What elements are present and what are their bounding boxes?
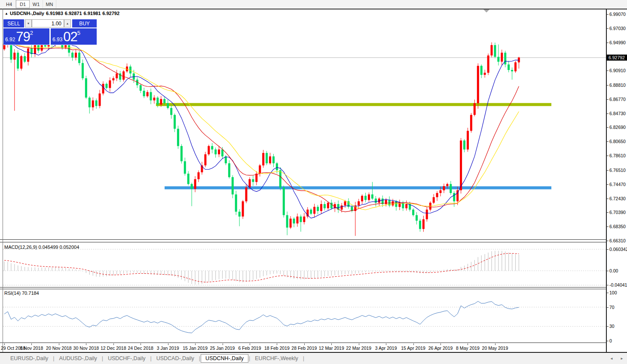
mt4-window: H4D1W1MN ▲USDCNH-,Daily6.919836.928716.9… (0, 0, 627, 364)
date-axis-label: 20 May 2019 (482, 346, 508, 351)
price-axis-label: 6.68350 (609, 224, 626, 229)
date-tick (168, 343, 168, 345)
candles-layer (3, 32, 520, 236)
axis-tick (606, 170, 609, 171)
date-axis-label: 20 Nov 2018 (46, 346, 72, 351)
date-axis-label: 28 Feb 2019 (291, 346, 317, 351)
tab-scroll-left-button[interactable]: ◄ (609, 355, 615, 361)
macd-axis-label: -0.040415 (609, 282, 627, 288)
axis-tick (606, 141, 609, 142)
date-axis-label: 3 Jan 2019 (157, 346, 179, 351)
volume-decrease-button[interactable]: ▼ (25, 19, 32, 28)
axis-tick (606, 307, 609, 308)
axis-tick (606, 285, 609, 285)
timeframe-button-mn[interactable]: MN (43, 0, 56, 8)
macd-axis-label: 0.060342 (609, 247, 627, 252)
price-axis-label: 6.99070 (609, 12, 626, 17)
sell-price-display[interactable]: 6.92 79 2 (3, 28, 49, 45)
price-axis-label: 6.74470 (609, 182, 626, 187)
panel-separator[interactable] (0, 289, 606, 289)
panel-separator[interactable] (0, 239, 606, 240)
date-axis-label: 8 May 2019 (456, 346, 480, 351)
date-tick (413, 343, 414, 345)
timeframe-button-d1[interactable]: D1 (16, 0, 30, 8)
price-axis-label: 6.76510 (609, 168, 626, 173)
tab-separator: | (249, 355, 250, 361)
timeframe-toolbar: H4D1W1MN (0, 0, 627, 8)
price-axis-label: 6.72430 (609, 196, 626, 201)
date-tick (359, 343, 359, 345)
tab-usdcnh-daily[interactable]: USDCNH-,Daily (201, 354, 248, 363)
rsi-indicator-chart[interactable] (3, 289, 606, 343)
buy-price-sup: 5 (77, 30, 80, 36)
axis-tick (606, 85, 609, 86)
buy-price-display[interactable]: 6.93 02 5 (51, 28, 97, 45)
date-axis-label: 25 Jan 2019 (210, 346, 235, 351)
current-price-badge: 6.92792 (607, 55, 627, 61)
date-tick (331, 343, 332, 345)
date-tick (468, 343, 468, 345)
arrow-left-icon: ◄ (610, 357, 613, 361)
date-tick (440, 343, 441, 345)
macd-signal-line (4, 254, 519, 282)
buy-button[interactable]: BUY (72, 19, 97, 28)
horizontal-line-objects[interactable] (156, 104, 551, 188)
tab-audusd-daily[interactable]: AUDUSD-,Daily (55, 355, 101, 362)
tab-separator: | (303, 355, 304, 361)
axis-tick (606, 249, 609, 250)
chart-shift-marker-icon[interactable] (483, 9, 489, 12)
price-axis-label: 6.82690 (609, 125, 626, 130)
tab-scroll-right-button[interactable]: ► (619, 355, 625, 361)
axis-tick (606, 156, 609, 156)
rsi-axis-label: 30 (609, 324, 615, 329)
price-axis-label: 6.66310 (609, 238, 626, 243)
date-axis-label: 22 Mar 2019 (346, 346, 371, 351)
volume-increase-button[interactable]: ▲ (64, 19, 71, 28)
timeframe-button-h4[interactable]: H4 (3, 0, 16, 8)
axis-tick (606, 99, 609, 100)
rsi-label: RSI(14) 70.7184 (4, 291, 39, 296)
ma-fast-blue (4, 43, 519, 218)
chart-tab-bar: EURUSD-,Daily|AUDUSD-,Daily|USDCHF-,Dail… (0, 352, 627, 364)
tab-eurusd-daily[interactable]: EURUSD-,Daily (6, 355, 52, 362)
axis-tick (606, 326, 609, 327)
buy-price-prefix: 6.93 (52, 37, 62, 43)
date-tick (59, 343, 59, 345)
macd-indicator-chart[interactable] (3, 243, 606, 287)
macd-values: 0.045499 0.052004 (38, 245, 79, 250)
price-axis-label: 6.80650 (609, 139, 626, 144)
axis-tick (606, 199, 609, 199)
axis-tick (606, 271, 609, 271)
tab-usdcad-daily[interactable]: USDCAD-,Daily (152, 355, 199, 362)
price-axis-label: 6.97030 (609, 26, 626, 31)
date-axis-border (0, 343, 606, 343)
axis-tick (606, 293, 609, 293)
tab-usdchf-daily[interactable]: USDCHF-,Daily (104, 355, 150, 362)
sell-button[interactable]: SELL (3, 19, 24, 28)
price-axis-label: 6.84730 (609, 111, 626, 116)
date-tick (4, 343, 5, 345)
volume-input[interactable]: 1.00 (32, 19, 64, 28)
rsi-axis-label: 0 (609, 338, 612, 343)
chart-left-border (3, 9, 3, 352)
buy-price-big: 02 (63, 30, 77, 43)
sell-price-sup: 2 (30, 30, 33, 36)
timeframe-button-w1[interactable]: W1 (30, 0, 43, 8)
date-tick (386, 343, 386, 345)
macd-axis-label: 0.00 (609, 268, 618, 273)
ma-slow-yellow (4, 43, 519, 210)
chevron-up-icon: ▲ (66, 22, 69, 25)
date-axis-label: 12 Dec 2018 (101, 346, 126, 351)
date-axis-label: 15 Apr 2019 (401, 346, 425, 351)
price-axis-label: 6.90910 (609, 68, 626, 73)
panel-separator[interactable] (0, 287, 606, 288)
date-axis-label: 12 Mar 2019 (319, 346, 344, 351)
tab-eurchf-weekly[interactable]: EURCHF-,Weekly (251, 355, 302, 362)
axis-tick (606, 127, 609, 128)
axis-tick (606, 28, 609, 29)
arrow-right-icon: ► (620, 357, 624, 361)
panel-separator[interactable] (0, 242, 606, 242)
date-tick (250, 343, 250, 345)
price-axis-label: 6.86770 (609, 97, 626, 102)
axis-tick (606, 341, 609, 341)
